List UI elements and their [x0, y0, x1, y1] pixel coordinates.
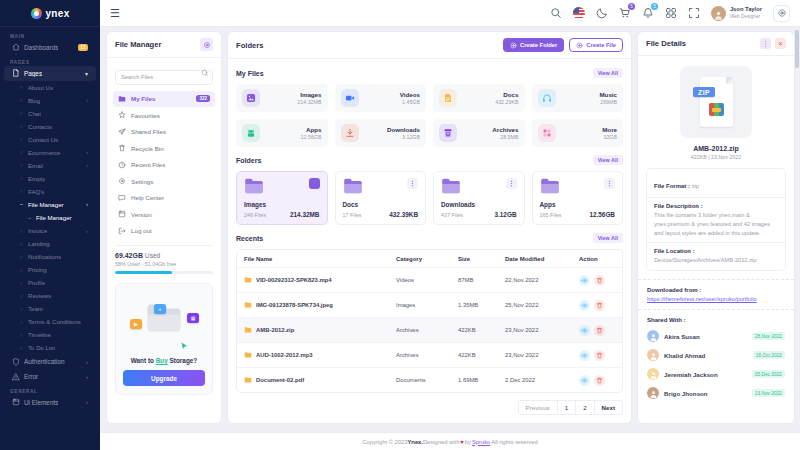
- sidebar-item[interactable]: ○ Terms & Conditions: [4, 315, 96, 328]
- settings-gear-button[interactable]: [773, 5, 790, 22]
- sidebar-item[interactable]: Error ›: [4, 369, 96, 384]
- scrollbar-thumb[interactable]: [795, 30, 799, 68]
- file-manager-nav-item[interactable]: Help Center: [113, 190, 215, 207]
- table-row[interactable]: VID-00292312-SPK823.mp4 Videos 87MB 22,N…: [237, 267, 622, 292]
- search-input[interactable]: [115, 70, 213, 85]
- file-type-card[interactable]: Apps 12.56GB: [236, 119, 328, 147]
- notifications-bell-icon[interactable]: 5: [642, 7, 654, 19]
- sidebar-item[interactable]: Pages ▾: [4, 66, 96, 81]
- cart-icon[interactable]: 5: [619, 7, 631, 19]
- shared-user-row[interactable]: Khalid Ahmad 16,Oct 2022: [647, 349, 785, 361]
- sidebar-item[interactable]: Authentication ›: [4, 354, 96, 369]
- sidebar-item[interactable]: ○ Pricing: [4, 263, 96, 276]
- sidebar-item[interactable]: ○ FAQ's: [4, 185, 96, 198]
- user-menu[interactable]: Json TaylorWeb Designer: [711, 6, 762, 21]
- more-options-button[interactable]: [309, 178, 320, 189]
- sidebar-item[interactable]: ○ Email ›: [4, 159, 96, 172]
- file-type-card[interactable]: Videos 1.45GB: [335, 84, 427, 112]
- table-row[interactable]: AUD-1002-2012.mp3 Archives 422KB 23,Nov …: [237, 342, 622, 367]
- file-type-card[interactable]: Archives 28.5MB: [433, 119, 525, 147]
- spruko-link[interactable]: Spruko: [472, 439, 490, 445]
- sidebar-item[interactable]: – File Manager: [4, 211, 96, 225]
- table-row[interactable]: IMG-09123878-SPK734.jpeg Images 1.35MB 2…: [237, 292, 622, 317]
- sidebar-item[interactable]: ○ Notifications: [4, 250, 96, 263]
- more-options-button[interactable]: [407, 178, 418, 189]
- view-file-button[interactable]: [579, 300, 590, 311]
- close-button[interactable]: ×: [775, 38, 786, 49]
- delete-file-button[interactable]: [594, 350, 605, 361]
- file-manager-nav-item[interactable]: Recycle Bin: [113, 140, 215, 157]
- sidebar-item[interactable]: ○ Contact Us: [4, 133, 96, 146]
- app-logo[interactable]: ynex: [0, 0, 100, 27]
- file-manager-nav-item[interactable]: Favourites: [113, 107, 215, 124]
- sidebar-item[interactable]: ○ Landing: [4, 237, 96, 250]
- file-manager-nav-item[interactable]: Log out: [113, 223, 215, 240]
- shared-user-row[interactable]: Akira Susan 28,Nov 2022: [647, 330, 785, 342]
- file-manager-nav-item[interactable]: My Files 322: [113, 91, 215, 108]
- more-options-button[interactable]: [604, 178, 615, 189]
- folder-card[interactable]: Images 246 Files 214.32MB: [236, 171, 328, 225]
- sidebar-item[interactable]: ○ Ecommerce ›: [4, 146, 96, 159]
- view-all-button[interactable]: View All: [593, 233, 623, 243]
- sidebar-item[interactable]: ○ Profile: [4, 276, 96, 289]
- downloaded-from-link[interactable]: https://themeforest.net/user/spruko/port…: [647, 296, 785, 302]
- file-type-card[interactable]: Music 269MB: [532, 84, 624, 112]
- pagination-page-2[interactable]: 2: [575, 400, 594, 415]
- create-folder-button[interactable]: Create Folder: [503, 38, 564, 52]
- delete-file-button[interactable]: [594, 375, 605, 386]
- search-icon[interactable]: [550, 7, 562, 19]
- create-file-button[interactable]: Create File: [569, 38, 623, 52]
- table-row[interactable]: Document-02.pdf Documents 1.69MB 2,Dec 2…: [237, 367, 622, 392]
- shared-user-row[interactable]: Jeremiah Jackson 05,Dec 2022: [647, 368, 785, 380]
- delete-file-button[interactable]: [594, 300, 605, 311]
- sidebar-item[interactable]: ○ About Us: [4, 81, 96, 94]
- file-type-card[interactable]: Downloads 3.12GB: [335, 119, 427, 147]
- view-file-button[interactable]: [579, 325, 590, 336]
- folder-card[interactable]: Apps 165 Files 12.56GB: [532, 171, 624, 225]
- sidebar-item[interactable]: Dashboards 12: [4, 40, 96, 55]
- sidebar-item[interactable]: ○ Invoice ›: [4, 224, 96, 237]
- menu-toggle-icon[interactable]: ☰: [110, 8, 120, 19]
- language-flag-icon[interactable]: [573, 7, 585, 19]
- view-file-button[interactable]: [579, 275, 590, 286]
- sidebar-item[interactable]: – File Manager ›: [4, 198, 96, 211]
- pagination-previous[interactable]: Previous: [518, 400, 558, 415]
- folder-card[interactable]: Downloads 437 Files 3.12GB: [433, 171, 525, 225]
- folder-card[interactable]: Docs 17 Files 432.39KB: [335, 171, 427, 225]
- sidebar-item[interactable]: ○ Contacts: [4, 120, 96, 133]
- view-file-button[interactable]: [579, 350, 590, 361]
- file-type-card[interactable]: Docs 432.29KB: [433, 84, 525, 112]
- file-manager-nav-item[interactable]: Recent Files: [113, 157, 215, 174]
- file-type-card[interactable]: Images 214.32MB: [236, 84, 328, 112]
- sidebar-item[interactable]: ○ Team: [4, 302, 96, 315]
- delete-file-button[interactable]: [594, 325, 605, 336]
- upgrade-button[interactable]: Upgrade: [123, 370, 205, 386]
- sidebar-item[interactable]: ○ Blog ›: [4, 94, 96, 107]
- sidebar-item[interactable]: ○ Timeline: [4, 328, 96, 341]
- view-all-button[interactable]: View All: [593, 68, 623, 78]
- table-row[interactable]: AMB-2012.zip Archives 422KB 23,Nov 2022: [237, 317, 622, 342]
- sidebar-item[interactable]: ○ Reviews: [4, 289, 96, 302]
- buy-link[interactable]: Buy: [156, 357, 168, 364]
- file-type-card[interactable]: More 32GB: [532, 119, 624, 147]
- file-manager-nav-item[interactable]: Version: [113, 206, 215, 223]
- bullet-icon: ○: [19, 332, 24, 338]
- file-manager-settings-button[interactable]: [200, 38, 213, 51]
- view-file-button[interactable]: [579, 375, 590, 386]
- more-options-button[interactable]: [506, 178, 517, 189]
- file-manager-nav-item[interactable]: Settings: [113, 173, 215, 190]
- fullscreen-icon[interactable]: [688, 7, 700, 19]
- sidebar-item[interactable]: ○ Chat: [4, 107, 96, 120]
- view-all-button[interactable]: View All: [593, 155, 623, 165]
- sidebar-item[interactable]: ○ Empty: [4, 172, 96, 185]
- shared-user-row[interactable]: Brigo Jhonson 13,Nov 2022: [647, 387, 785, 399]
- pagination-page-1[interactable]: 1: [557, 400, 576, 415]
- delete-file-button[interactable]: [594, 275, 605, 286]
- sidebar-item[interactable]: ○ To Do List: [4, 341, 96, 354]
- apps-grid-icon[interactable]: [665, 7, 677, 19]
- sidebar-item[interactable]: Ui Elements ›: [4, 395, 96, 410]
- file-manager-nav-item[interactable]: Shared Files: [113, 124, 215, 141]
- dark-mode-icon[interactable]: [596, 7, 608, 19]
- more-options-button[interactable]: ⋮: [760, 38, 771, 49]
- pagination-next[interactable]: Next: [594, 400, 623, 415]
